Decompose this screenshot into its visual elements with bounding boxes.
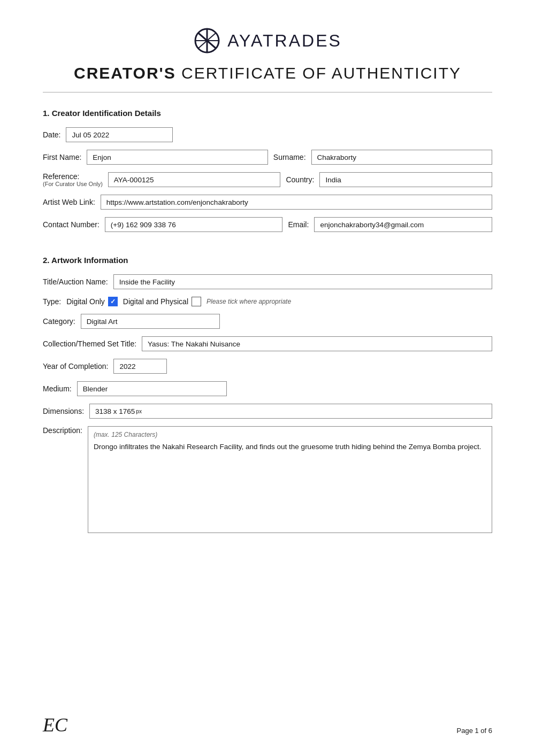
category-label: Category: <box>43 317 75 326</box>
logo-text: AYATRADES <box>227 31 342 51</box>
collection-label: Collection/Themed Set Title: <box>43 340 136 348</box>
year-row: Year of Completion: 2022 <box>43 359 492 374</box>
logo-container: AYATRADES <box>43 27 492 55</box>
date-label: Date: <box>43 130 60 139</box>
type-digital-only-label: Digital Only <box>66 297 105 306</box>
artwork-title-value: Inside the Facility <box>119 278 175 286</box>
reference-label: Reference: <box>43 172 103 181</box>
dimensions-unit: px <box>136 408 142 414</box>
section1-title: 1. Creator Identification Details <box>43 109 492 118</box>
dimensions-value: 3138 x 1765 <box>95 407 135 415</box>
firstname-label: First Name: <box>43 153 81 161</box>
category-row: Category: Digital Art <box>43 314 492 329</box>
page-number: Page 1 of 6 <box>457 727 493 735</box>
category-value: Digital Art <box>87 318 118 326</box>
logo-bold: AYA <box>227 31 263 50</box>
medium-row: Medium: Blender <box>43 381 492 396</box>
reference-label-block: Reference: (For Curator Use Only) <box>43 172 103 187</box>
contact-field[interactable]: (+9) 162 909 338 76 <box>105 217 283 232</box>
dimensions-label: Dimensions: <box>43 407 84 415</box>
type-tick-note: Please tick where appropriate <box>207 298 291 305</box>
surname-value: Chakraborty <box>317 153 357 161</box>
description-row: Description: (max. 125 Characters) Drong… <box>43 426 492 533</box>
year-value: 2022 <box>119 362 135 371</box>
cert-rest: CERTIFICATE OF AUTHENTICITY <box>176 64 461 82</box>
page-footer: EC Page 1 of 6 <box>43 715 492 735</box>
reference-field[interactable]: AYA-000125 <box>108 172 281 187</box>
name-row: First Name: Enjon Surname: Chakraborty <box>43 150 492 165</box>
medium-value: Blender <box>83 385 108 393</box>
contact-label: Contact Number: <box>43 220 100 229</box>
country-value: India <box>325 176 341 184</box>
type-digital-only-group: Digital Only <box>66 297 118 306</box>
type-digital-physical-checkbox[interactable] <box>192 297 201 306</box>
description-max-label: (max. 125 Characters) <box>94 431 486 438</box>
type-row: Type: Digital Only Digital and Physical … <box>43 297 492 306</box>
artwork-title-field[interactable]: Inside the Facility <box>113 274 492 289</box>
firstname-value: Enjon <box>93 153 111 161</box>
dimensions-row: Dimensions: 3138 x 1765 px <box>43 404 492 419</box>
dimensions-field[interactable]: 3138 x 1765 px <box>89 404 492 419</box>
country-field[interactable]: India <box>319 172 492 187</box>
contact-row: Contact Number: (+9) 162 909 338 76 Emai… <box>43 217 492 232</box>
description-label: Description: <box>43 426 82 435</box>
logo-icon <box>193 27 221 55</box>
type-digital-physical-group: Digital and Physical <box>123 297 201 306</box>
description-text: Drongo infiltrates the Nakahi Research F… <box>94 442 486 452</box>
reference-row: Reference: (For Curator Use Only) AYA-00… <box>43 172 492 187</box>
year-field[interactable]: 2022 <box>113 359 167 374</box>
firstname-field[interactable]: Enjon <box>87 150 268 165</box>
header-divider <box>43 92 492 92</box>
email-label: Email: <box>288 220 309 229</box>
certificate-title: CREATOR'S CERTIFICATE OF AUTHENTICITY <box>43 64 492 82</box>
collection-value: Yasus: The Nakahi Nuisance <box>148 340 240 348</box>
logo-light: TRADES <box>263 31 342 50</box>
date-field[interactable]: Jul 05 2022 <box>66 127 173 142</box>
type-digital-only-checkbox[interactable] <box>108 297 118 306</box>
country-label: Country: <box>286 175 314 184</box>
weblink-row: Artist Web Link: https://www.artstation.… <box>43 195 492 210</box>
reference-value: AYA-000125 <box>114 176 154 184</box>
surname-field[interactable]: Chakraborty <box>311 150 492 165</box>
medium-label: Medium: <box>43 384 72 393</box>
date-value: Jul 05 2022 <box>72 131 109 139</box>
weblink-label: Artist Web Link: <box>43 198 95 206</box>
collection-field[interactable]: Yasus: The Nakahi Nuisance <box>142 336 492 351</box>
type-digital-physical-label: Digital and Physical <box>123 297 188 306</box>
description-field[interactable]: (max. 125 Characters) Drongo infiltrates… <box>88 426 492 533</box>
email-field[interactable]: enjonchakraborty34@gmail.com <box>314 217 492 232</box>
year-label: Year of Completion: <box>43 362 108 371</box>
document-page: AYATRADES CREATOR'S CERTIFICATE OF AUTHE… <box>0 0 535 756</box>
section2-title: 2. Artwork Information <box>43 256 492 265</box>
date-row: Date: Jul 05 2022 <box>43 127 492 142</box>
email-value: enjonchakraborty34@gmail.com <box>320 221 424 229</box>
medium-field[interactable]: Blender <box>77 381 227 396</box>
signature: EC <box>43 715 67 735</box>
surname-label: Surname: <box>273 153 306 161</box>
type-label: Type: <box>43 297 61 306</box>
weblink-value: https://www.artstation.com/enjonchakrabo… <box>106 198 248 206</box>
cert-bold: CREATOR'S <box>74 64 176 82</box>
weblink-field[interactable]: https://www.artstation.com/enjonchakrabo… <box>101 195 492 210</box>
artwork-title-row: Title/Auction Name: Inside the Facility <box>43 274 492 289</box>
document-header: AYATRADES CREATOR'S CERTIFICATE OF AUTHE… <box>43 27 492 92</box>
collection-row: Collection/Themed Set Title: Yasus: The … <box>43 336 492 351</box>
category-field[interactable]: Digital Art <box>81 314 220 329</box>
reference-sublabel: (For Curator Use Only) <box>43 181 103 187</box>
artwork-title-label: Title/Auction Name: <box>43 277 108 286</box>
contact-value: (+9) 162 909 338 76 <box>111 221 176 229</box>
